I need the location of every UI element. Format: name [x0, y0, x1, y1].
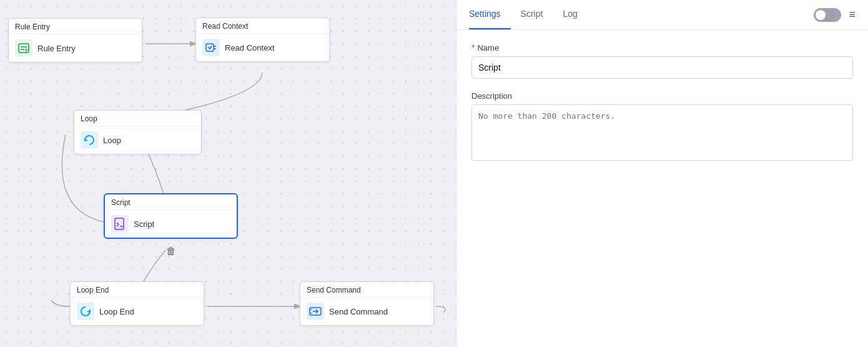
- tab-settings[interactable]: Settings: [469, 0, 511, 29]
- name-label: * Name: [471, 43, 853, 53]
- node-loop-label: Loop: [103, 136, 121, 145]
- name-field-group: * Name: [471, 43, 853, 79]
- read-context-icon: [202, 39, 220, 56]
- node-read-context-header: Read Context: [196, 18, 329, 34]
- tab-script[interactable]: Script: [511, 0, 553, 29]
- description-textarea[interactable]: [471, 104, 853, 161]
- node-loop-end-header: Loop End: [71, 282, 204, 298]
- svg-rect-8: [115, 218, 124, 229]
- node-rule-entry-header: Rule Entry: [9, 19, 142, 34]
- send-command-icon: [307, 303, 324, 320]
- node-loop-end[interactable]: Loop End Loop End: [70, 281, 204, 326]
- node-loop[interactable]: Loop Loop: [74, 110, 202, 154]
- node-read-context[interactable]: Read Context Read Context: [195, 18, 330, 62]
- workflow-canvas[interactable]: Rule Entry Rule Entry Read Context: [0, 0, 456, 347]
- node-loop-end-label: Loop End: [99, 307, 134, 316]
- loop-icon: [81, 131, 98, 149]
- node-loop-header: Loop: [74, 111, 201, 126]
- menu-icon[interactable]: ≡: [849, 8, 856, 21]
- node-read-context-label: Read Context: [225, 43, 275, 53]
- svg-rect-2: [19, 44, 29, 53]
- right-panel: Settings Script Log ≡ * Name Description: [456, 0, 868, 347]
- node-script-label: Script: [134, 219, 154, 229]
- tab-log[interactable]: Log: [553, 0, 587, 29]
- node-script-header: Script: [105, 194, 237, 210]
- script-icon: [111, 215, 129, 233]
- svg-rect-5: [206, 44, 214, 51]
- panel-tabs: Settings Script Log ≡: [456, 0, 868, 30]
- node-send-command[interactable]: Send Command Send Command: [300, 281, 434, 326]
- node-script[interactable]: Script Script 🗑: [104, 193, 238, 239]
- description-field-group: Description: [471, 91, 853, 163]
- node-send-command-label: Send Command: [329, 307, 388, 316]
- rule-entry-icon: [15, 39, 32, 57]
- panel-content: * Name Description: [456, 30, 868, 347]
- node-send-command-header: Send Command: [300, 282, 433, 298]
- delete-node-button[interactable]: 🗑: [162, 243, 180, 260]
- enable-toggle[interactable]: [814, 8, 841, 22]
- name-input[interactable]: [471, 56, 853, 79]
- loop-end-icon: [77, 303, 94, 320]
- description-label: Description: [471, 91, 853, 101]
- node-rule-entry-label: Rule Entry: [37, 44, 76, 53]
- node-rule-entry[interactable]: Rule Entry Rule Entry: [8, 18, 142, 63]
